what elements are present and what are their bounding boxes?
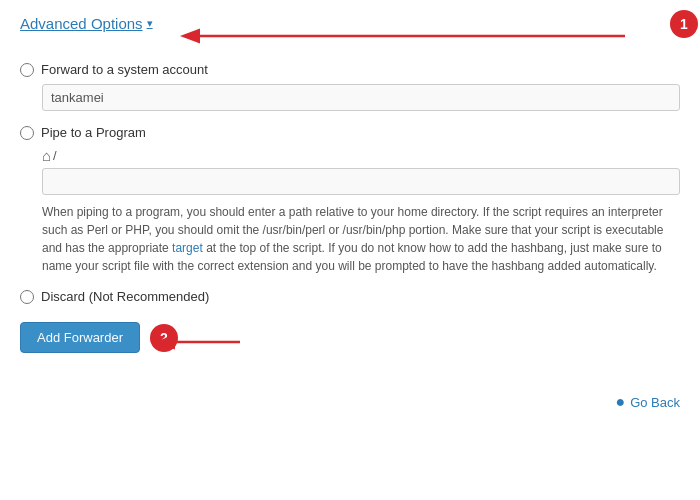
annotation-arrow-2 [150, 322, 350, 362]
advanced-options-toggle[interactable]: Advanced Options ▾ [20, 15, 153, 32]
pipe-description-text: When piping to a program, you should ent… [42, 203, 680, 275]
pipe-label-text: Pipe to a Program [41, 125, 146, 140]
forward-section: Forward to a system account [20, 62, 680, 111]
go-back-link[interactable]: ● Go Back [615, 393, 680, 411]
go-back-label: Go Back [630, 395, 680, 410]
add-forwarder-button[interactable]: Add Forwarder [20, 322, 140, 353]
slash-text: / [53, 148, 57, 163]
home-path-row: ⌂ / [42, 147, 680, 164]
dropdown-arrow-icon: ▾ [147, 17, 153, 30]
forward-radio[interactable] [20, 63, 34, 77]
home-icon: ⌂ [42, 147, 51, 164]
system-account-input[interactable] [42, 84, 680, 111]
annotation-badge-1: 1 [670, 10, 698, 38]
target-link[interactable]: target [172, 241, 203, 255]
discard-label-text: Discard (Not Recommended) [41, 289, 209, 304]
pipe-radio[interactable] [20, 126, 34, 140]
discard-radio[interactable] [20, 290, 34, 304]
pipe-radio-label[interactable]: Pipe to a Program [20, 125, 680, 140]
pipe-section: Pipe to a Program ⌂ / When piping to a p… [20, 125, 680, 275]
discard-radio-label[interactable]: Discard (Not Recommended) [20, 289, 680, 304]
go-back-icon: ● [615, 393, 625, 411]
annotation-badge-2: 2 [150, 324, 178, 352]
discard-section: Discard (Not Recommended) [20, 289, 680, 304]
pipe-program-input[interactable] [42, 168, 680, 195]
advanced-options-label: Advanced Options [20, 15, 143, 32]
forward-radio-label[interactable]: Forward to a system account [20, 62, 680, 77]
forward-label-text: Forward to a system account [41, 62, 208, 77]
